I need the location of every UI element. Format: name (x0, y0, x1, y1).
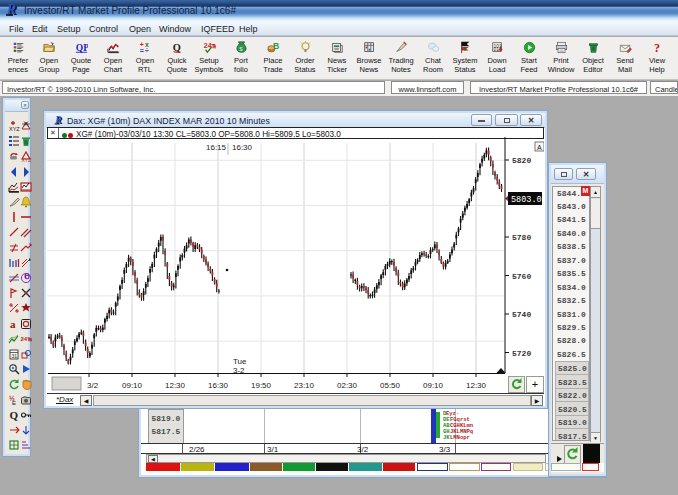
svg-text:3/2: 3/2 (87, 381, 99, 390)
svg-text:24℡: 24℡ (21, 336, 33, 342)
svg-text:09:10: 09:10 (122, 381, 143, 390)
svg-text:?: ? (654, 41, 660, 54)
svg-text:31: 31 (12, 353, 18, 359)
svg-text:B: B (273, 41, 279, 51)
svg-text:3/3: 3/3 (439, 445, 451, 454)
svg-text:16:30: 16:30 (208, 381, 229, 390)
svg-text:12:30: 12:30 (466, 381, 487, 390)
svg-text:5803.0: 5803.0 (511, 195, 542, 205)
svg-text:a: a (10, 318, 16, 330)
svg-text:E: E (12, 400, 16, 406)
svg-text:QP: QP (75, 43, 87, 53)
svg-text:=: = (139, 47, 143, 54)
svg-text:16:30: 16:30 (232, 143, 253, 152)
svg-text:19:50: 19:50 (251, 381, 272, 390)
svg-text:XYZ: XYZ (22, 157, 32, 163)
svg-text:3-2: 3-2 (233, 366, 245, 375)
svg-text:5720: 5720 (512, 349, 531, 358)
svg-text:Q: Q (10, 409, 19, 421)
svg-text:LMNopr: LMNopr (450, 434, 470, 441)
svg-text:23:10: 23:10 (294, 381, 315, 390)
svg-text:3/1: 3/1 (267, 445, 279, 454)
svg-text:02:30: 02:30 (337, 381, 358, 390)
svg-text:Q: Q (172, 42, 180, 53)
svg-text:A: A (537, 144, 542, 151)
svg-text:5740: 5740 (512, 310, 531, 319)
svg-text:5820: 5820 (512, 156, 531, 165)
svg-text:12:30: 12:30 (165, 381, 186, 390)
svg-text:5780: 5780 (512, 233, 531, 242)
svg-text:16:15: 16:15 (206, 143, 227, 152)
svg-text:2/26: 2/26 (189, 445, 205, 454)
svg-text:5760: 5760 (512, 272, 531, 281)
svg-text:÷: ÷ (145, 47, 149, 54)
svg-text:09:10: 09:10 (423, 381, 444, 390)
svg-text:05:50: 05:50 (380, 381, 401, 390)
svg-text:24℡: 24℡ (203, 42, 215, 49)
svg-text:3/2: 3/2 (357, 445, 369, 454)
svg-text:XYZ: XYZ (9, 126, 20, 132)
